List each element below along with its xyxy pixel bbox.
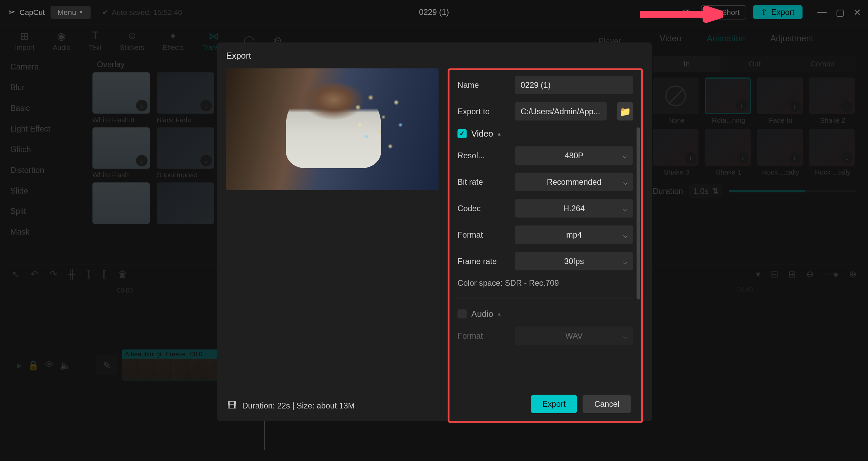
- download-icon[interactable]: ↓: [841, 100, 853, 112]
- path-label: Export to: [457, 107, 508, 116]
- effect-thumb[interactable]: [93, 182, 150, 224]
- download-icon[interactable]: ↓: [136, 100, 147, 112]
- framerate-label: Frame rate: [457, 257, 508, 266]
- format-label: Format: [457, 230, 508, 239]
- anim-item[interactable]: ↓Rota...ning: [705, 78, 752, 125]
- duration-slider[interactable]: [729, 190, 856, 192]
- export-confirm-button[interactable]: Export: [531, 395, 577, 413]
- video-checkbox[interactable]: ✓: [457, 129, 467, 138]
- tool-text[interactable]: TText: [80, 29, 111, 51]
- anim-item[interactable]: ↓Shake 2: [809, 78, 856, 125]
- subtab-out[interactable]: Out: [721, 56, 788, 72]
- close-icon[interactable]: ✕: [853, 6, 861, 17]
- anim-item[interactable]: ↓Rock ...cally: [757, 129, 804, 176]
- cut-left-icon[interactable]: ⟧: [86, 268, 91, 279]
- effects-icon: ✦: [169, 29, 177, 42]
- download-icon[interactable]: ↓: [841, 152, 853, 164]
- menu-button[interactable]: Menu ▼: [51, 5, 91, 19]
- marker-icon[interactable]: ▾: [756, 268, 761, 279]
- brush-button[interactable]: ✎: [96, 355, 117, 375]
- tool-audio[interactable]: ◉Audio: [44, 29, 80, 51]
- side-basic[interactable]: Basic: [0, 98, 89, 118]
- chevron-down-icon: ▼: [78, 9, 83, 15]
- anim-item[interactable]: ↓Fade In: [757, 78, 804, 125]
- download-icon[interactable]: ↓: [685, 152, 696, 164]
- redo-icon[interactable]: ↷: [50, 268, 57, 279]
- clip-label: A beautiful gi: [125, 350, 161, 357]
- zoom-out-icon[interactable]: ⊖: [806, 268, 814, 279]
- subtab-combo[interactable]: Combo: [789, 56, 856, 72]
- effect-thumb[interactable]: ↓Superimpose: [157, 127, 214, 179]
- tool-effects[interactable]: ✦Effects: [154, 29, 193, 51]
- anim-item[interactable]: ↓Rock ...tally: [809, 129, 856, 176]
- stepper-icon[interactable]: ⇅: [712, 186, 719, 196]
- anim-none[interactable]: None: [653, 78, 700, 125]
- side-light[interactable]: Light Effect: [0, 118, 89, 139]
- scrollbar[interactable]: [637, 127, 640, 300]
- effect-thumb[interactable]: ↓Black Fade: [157, 72, 214, 124]
- download-icon[interactable]: ↓: [200, 100, 212, 112]
- maximize-icon[interactable]: ▢: [836, 6, 844, 17]
- none-icon: [665, 85, 686, 106]
- overlay-label: Overlay: [93, 56, 215, 72]
- zoom-in-icon[interactable]: ⊕: [849, 268, 856, 279]
- folder-icon: 📁: [619, 106, 631, 117]
- eye-icon[interactable]: 👁: [45, 360, 54, 370]
- tab-animation[interactable]: Animation: [694, 26, 757, 50]
- side-glitch[interactable]: Glitch: [0, 139, 89, 160]
- anim-item[interactable]: ↓Shake 3: [653, 129, 700, 176]
- subtab-in[interactable]: In: [653, 56, 721, 72]
- tool-import[interactable]: ⊞Import: [6, 29, 44, 51]
- cursor-icon[interactable]: ↖: [12, 268, 19, 279]
- tool-stickers[interactable]: ☺Stickers: [111, 29, 153, 51]
- download-icon[interactable]: ↓: [789, 100, 801, 112]
- download-icon[interactable]: ↓: [737, 152, 748, 164]
- download-icon[interactable]: ↓: [136, 155, 147, 166]
- browse-folder-button[interactable]: 📁: [617, 102, 633, 120]
- zoom-slider[interactable]: —●: [824, 269, 839, 279]
- undo-icon[interactable]: ↶: [31, 268, 38, 279]
- codec-dropdown[interactable]: H.264: [515, 199, 633, 217]
- duration-input[interactable]: 1.0s⇅: [689, 184, 723, 198]
- audio-checkbox[interactable]: [457, 309, 467, 318]
- effect-thumb[interactable]: ↓White Flash: [93, 127, 150, 179]
- bitrate-dropdown[interactable]: Recommended: [515, 173, 633, 191]
- format-dropdown[interactable]: mp4: [515, 225, 633, 244]
- side-slide[interactable]: Slide: [0, 180, 89, 201]
- mute-icon[interactable]: 🔈: [60, 360, 71, 370]
- effect-thumb[interactable]: ↓White Flash II: [93, 72, 150, 124]
- split-icon[interactable]: ╫: [68, 269, 75, 279]
- preview-icon[interactable]: ▸: [17, 360, 22, 370]
- name-input[interactable]: 0229 (1): [515, 76, 633, 94]
- download-icon[interactable]: ↓: [200, 155, 212, 166]
- path-input[interactable]: C:/Users/Admin/App...: [515, 102, 607, 120]
- side-distortion[interactable]: Distortion: [0, 160, 89, 180]
- framerate-dropdown[interactable]: 30fps: [515, 252, 633, 270]
- effect-thumb[interactable]: [157, 182, 214, 224]
- download-icon[interactable]: ↓: [789, 152, 801, 164]
- bitrate-label: Bit rate: [457, 177, 508, 186]
- audio-format-dropdown[interactable]: WAV: [515, 326, 633, 345]
- snap-icon[interactable]: ⊟: [771, 268, 778, 279]
- tab-video[interactable]: Video: [647, 26, 694, 50]
- lock-icon[interactable]: 🔒: [27, 360, 39, 370]
- resolution-dropdown[interactable]: 480P: [515, 146, 633, 165]
- menu-label: Menu: [57, 8, 76, 16]
- collapse-icon[interactable]: ▴: [498, 130, 500, 137]
- video-clip[interactable]: A beautiful gi Freeze 00:0: [122, 349, 225, 380]
- side-split[interactable]: Split: [0, 201, 89, 222]
- cancel-button[interactable]: Cancel: [583, 395, 631, 413]
- cut-right-icon[interactable]: ⟦: [102, 268, 107, 279]
- tab-adjustment[interactable]: Adjustment: [757, 26, 826, 50]
- delete-icon[interactable]: 🗑: [118, 269, 127, 279]
- logo-icon: ✂: [7, 7, 17, 17]
- side-blur[interactable]: Blur: [0, 77, 89, 98]
- download-icon[interactable]: ↓: [736, 99, 747, 111]
- anim-item[interactable]: ↓Shake 1: [705, 129, 752, 176]
- side-camera[interactable]: Camera: [0, 56, 89, 77]
- side-mask[interactable]: Mask: [0, 221, 89, 242]
- export-button-top[interactable]: ⇧ Export: [753, 5, 802, 19]
- minimize-icon[interactable]: —: [817, 6, 827, 17]
- collapse-icon[interactable]: ▴: [498, 310, 500, 317]
- track-icon[interactable]: ⊞: [788, 268, 796, 279]
